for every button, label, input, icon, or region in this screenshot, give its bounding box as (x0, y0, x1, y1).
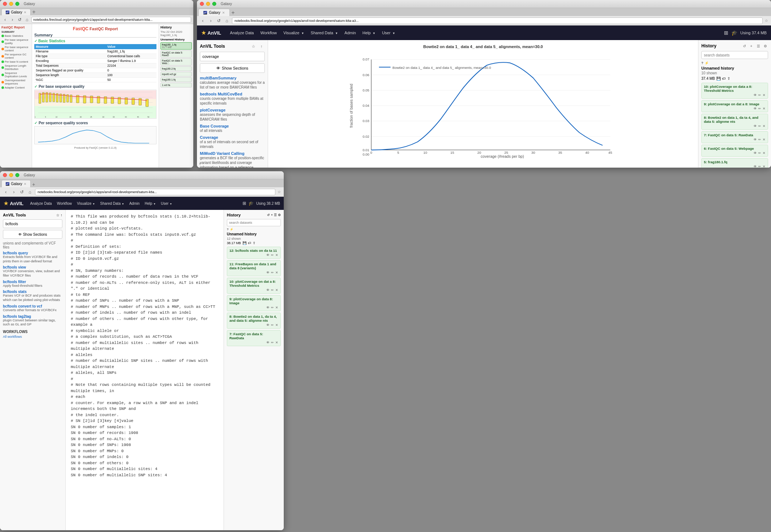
win3-history-card-10[interactable]: 10: plotCoverage on dat a 8: Threshold M… (227, 278, 281, 294)
win3-nav-user[interactable]: User ▼ (159, 200, 174, 207)
edit-btn-6[interactable]: ✏ (758, 151, 761, 155)
history-card-10[interactable]: 10: plotCoverage on data a 8: Threshold … (701, 83, 768, 99)
tool-name-plotcoverage[interactable]: plotCoverage (200, 108, 265, 112)
show-sections-btn[interactable]: 👁 Show Sections (200, 63, 265, 73)
back-btn-3[interactable]: ‹ (3, 189, 9, 195)
history-item-4[interactable]: input0.vcf.gz (160, 72, 192, 77)
delete-btn-8[interactable]: ✕ (763, 124, 766, 128)
edit-btn-7[interactable]: ✏ (758, 138, 761, 141)
win3-history-search[interactable] (227, 219, 281, 226)
minimize-btn[interactable] (9, 2, 13, 6)
win3-search-input[interactable] (3, 219, 62, 228)
nav-analyze-data[interactable]: Analyze Data (227, 29, 257, 36)
home-btn-3[interactable]: ⌂ (27, 189, 33, 195)
win3-tool-name-filter[interactable]: bcftools filter (3, 280, 62, 284)
question-icon[interactable]: ? (701, 61, 703, 65)
apps-icon[interactable]: ⊞ (724, 30, 728, 36)
win3-history-card-9[interactable]: 9: plotCoverage on data 8: Image 👁 ✏ ✕ (227, 295, 281, 311)
win3-nav-admin[interactable]: Admin (127, 200, 142, 207)
nav-per-base-content[interactable]: Per base sequence content (1, 45, 30, 52)
win3-delete-9[interactable]: ✕ (275, 306, 278, 309)
list-history-btn[interactable]: ☰ (755, 43, 761, 49)
history-card-8[interactable]: 8: Bowtie2 on data 1, da ta 4, and data … (701, 114, 768, 130)
win3-show-sections-btn[interactable]: 👁 Show Sections (3, 230, 62, 239)
refresh-btn-2[interactable]: ↺ (216, 18, 222, 24)
win3-tool-name-stats[interactable]: bcftools stats (3, 290, 62, 294)
nav-adapter[interactable]: Adapter Content (1, 86, 30, 90)
minimize-btn-3[interactable] (9, 173, 13, 177)
nav-per-base-quality[interactable]: Per base sequence quality (1, 38, 30, 45)
win3-tool-name-query[interactable]: bcftools query (3, 251, 62, 255)
delete-btn-7[interactable]: ✕ (763, 138, 766, 141)
history-item-6[interactable]: 1.vcf.fa (160, 83, 192, 87)
nav-visualize[interactable]: Visualize ▼ (280, 29, 307, 36)
graduation-icon-3[interactable]: 🎓 (248, 201, 254, 206)
view-btn-6[interactable]: 👁 (753, 151, 757, 155)
close-btn-3[interactable] (3, 173, 7, 177)
minimize-btn-2[interactable] (206, 2, 210, 6)
add-history-btn[interactable]: + (748, 43, 754, 49)
settings-history-btn[interactable]: ⚙ (762, 43, 768, 49)
win3-view-7[interactable]: 👁 (266, 341, 270, 344)
tool-name-base-coverage[interactable]: Base Coverage (200, 124, 265, 128)
bookmark-icon[interactable]: ☆ (765, 19, 768, 23)
win3-delete-12[interactable]: ✕ (275, 253, 278, 257)
history-card-7[interactable]: 7: FastQC on data 5: RawData 👁 ✏ ✕ (701, 131, 768, 143)
tool-name-multibamsummary[interactable]: multiBamSummary (200, 76, 265, 80)
win3-history-card-12[interactable]: 12: bcftools stats on da ta 11 👁 ✏ ✕ (227, 247, 281, 259)
nav-workflow[interactable]: Workflow (257, 29, 280, 36)
history-item-0[interactable]: frag180_1.fq 31.7 MB (160, 42, 192, 50)
win3-tool-name-tag2tag[interactable]: bcftools tag2tag (3, 314, 62, 318)
delete-btn-9[interactable]: ✕ (763, 107, 766, 110)
nav-per-base-n[interactable]: Per base N content (1, 60, 30, 64)
tools-star-btn[interactable]: ☆ (250, 43, 257, 50)
maximize-btn-2[interactable] (212, 2, 216, 6)
home-btn-2[interactable]: ⌂ (224, 18, 230, 24)
win3-history-card-8[interactable]: 8: Bowtie2 on data 1, da ta 4, and data … (227, 313, 281, 329)
history-item-2[interactable]: FastQC on data 5: Web... (160, 58, 192, 66)
history-search-input[interactable] (701, 51, 768, 59)
history-item-3[interactable]: frag180.2.fq (160, 66, 192, 71)
win3-delete-10[interactable]: ✕ (275, 288, 278, 292)
view-btn-8[interactable]: 👁 (753, 124, 757, 128)
history-card-6[interactable]: 6: FastQC on data 5: Webpage 👁 ✏ ✕ (701, 145, 768, 157)
nav-seq-len[interactable]: Sequence Length Distribution (1, 64, 30, 71)
maximize-btn[interactable] (15, 2, 19, 6)
win3-view-11[interactable]: 👁 (266, 271, 270, 274)
win3-view-10[interactable]: 👁 (266, 288, 270, 292)
win3-nav-shared-data[interactable]: Shared Data ▼ (98, 200, 127, 207)
refresh-btn[interactable]: ↺ (17, 17, 23, 23)
url-input[interactable] (31, 17, 191, 23)
win3-delete-8[interactable]: ✕ (275, 323, 278, 327)
nav-overrep[interactable]: Overrepresented sequences (1, 78, 30, 86)
win3-edit-7[interactable]: ✏ (271, 341, 274, 344)
new-tab-btn-3[interactable]: + (32, 181, 35, 187)
nav-shared-data[interactable]: Shared Data ▼ (308, 29, 341, 36)
view-btn-9[interactable]: 👁 (753, 107, 757, 110)
collapse-icon[interactable]: ‹ (199, 161, 201, 166)
refresh-history-btn[interactable]: ↺ (741, 43, 747, 49)
anvil-tab[interactable]: 🌌 Galaxy ✕ (198, 9, 230, 16)
nav-help[interactable]: Help ▼ (360, 29, 379, 36)
view-btn-10[interactable]: 👁 (753, 93, 757, 97)
history-card-9[interactable]: 9: plotCoverage on dat a 8: Image 👁 ✏ ✕ (701, 100, 768, 112)
win3-settings-history[interactable]: ⚙ (278, 213, 281, 217)
history-card-5[interactable]: 5: frag180.1.fq 👁 ✏ ✕ (701, 158, 768, 168)
new-tab-btn[interactable]: + (32, 9, 35, 15)
browser-tab-galaxy[interactable]: 🌌 Galaxy ✕ (1, 9, 31, 15)
graduation-icon[interactable]: 🎓 (731, 30, 737, 36)
bolt-icon[interactable]: ⚡ (705, 61, 709, 65)
nav-seq-dup[interactable]: Sequence Duplication Levels (1, 71, 30, 78)
edit-btn-8[interactable]: ✏ (758, 124, 761, 128)
tools-search-input[interactable] (200, 52, 265, 61)
win3-delete-11[interactable]: ✕ (275, 271, 278, 274)
win3-edit-8[interactable]: ✏ (271, 323, 274, 327)
win3-tab[interactable]: 🌌 Galaxy ✕ (1, 180, 31, 187)
edit-btn-10[interactable]: ✏ (758, 93, 761, 97)
nav-per-seq-gc[interactable]: Per sequence GC content (1, 52, 30, 60)
win3-refresh-history[interactable]: ↺ (267, 213, 270, 217)
win3-view-12[interactable]: 👁 (266, 253, 270, 257)
close-btn[interactable] (3, 2, 7, 6)
nav-admin[interactable]: Admin (342, 29, 359, 36)
bookmark-icon-3[interactable]: ☆ (278, 190, 281, 194)
